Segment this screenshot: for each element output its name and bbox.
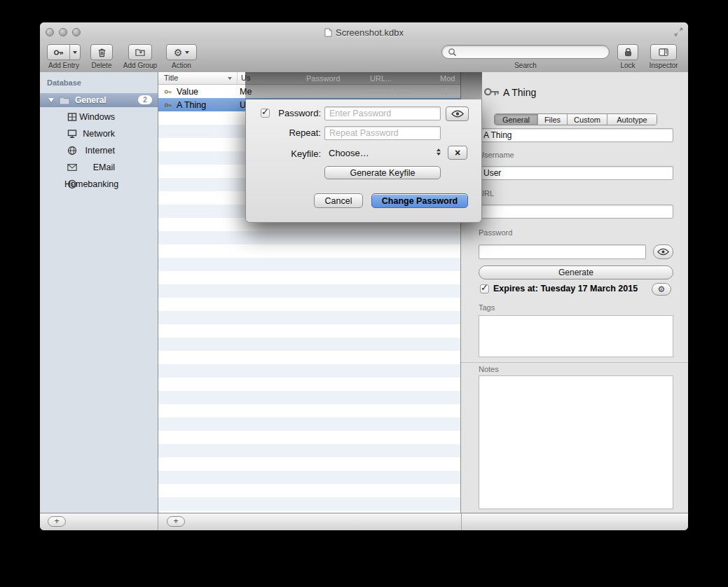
- dimmed-cell-modified: 15...: [440, 87, 455, 95]
- generate-button-label: Generate: [558, 268, 593, 277]
- search-icon: [448, 48, 457, 57]
- username-label: Username: [479, 151, 514, 159]
- inspector-panel-icon: [658, 47, 669, 57]
- sheet-keyfile-label: Keyfile:: [270, 149, 321, 159]
- toolbar: Add Entry Delete Add Group ⚙ Action: [40, 42, 688, 73]
- key-icon: [48, 45, 69, 60]
- tags-label: Tags: [479, 303, 495, 312]
- dimmed-column-password: Password: [306, 74, 340, 83]
- keyfile-popup-value: Choose…: [329, 148, 369, 158]
- chevron-down-icon: [185, 51, 189, 54]
- title-field[interactable]: [479, 128, 673, 142]
- sidebar-item-label: EMail: [64, 163, 115, 172]
- show-password-button[interactable]: [446, 106, 469, 121]
- change-password-label: Change Password: [382, 196, 458, 206]
- tab-general[interactable]: General: [495, 114, 538, 125]
- add-entry-plus-button[interactable]: +: [167, 516, 185, 527]
- dimmed-column-url: URL...: [370, 74, 392, 83]
- desktop: Screenshot.kdbx Add Entry: [0, 0, 728, 587]
- password-checkbox[interactable]: [261, 109, 270, 118]
- delete-button[interactable]: [90, 44, 113, 60]
- key-icon: [483, 83, 501, 101]
- username-field[interactable]: [479, 166, 673, 180]
- repeat-password-input[interactable]: [324, 126, 441, 140]
- sidebar-item-email[interactable]: EMail: [40, 160, 158, 174]
- chevron-down-icon: [73, 51, 77, 54]
- eye-icon: [451, 110, 464, 118]
- entry-title: A Thing: [177, 100, 206, 110]
- generate-keyfile-button[interactable]: Generate Keyfile: [324, 166, 441, 179]
- column-divider[interactable]: [237, 72, 238, 85]
- sidebar-section-header: Database: [47, 78, 81, 87]
- trash-icon: [97, 47, 107, 58]
- column-header-title[interactable]: Title: [164, 74, 178, 82]
- sidebar-group-general[interactable]: General 2: [40, 93, 158, 107]
- entry-count-badge: 2: [138, 95, 152, 104]
- cancel-button[interactable]: Cancel: [314, 193, 363, 208]
- url-field[interactable]: [479, 205, 673, 219]
- sidebar-item-network[interactable]: Network: [40, 127, 158, 141]
- show-password-button[interactable]: [653, 244, 673, 259]
- dimmed-cell-password: ••••••••: [306, 87, 328, 95]
- window-title-area: Screenshot.kdbx: [40, 22, 688, 42]
- tab-autotype[interactable]: Autotype: [607, 114, 657, 125]
- password-field[interactable]: [479, 244, 646, 259]
- inspector-label: Inspector: [643, 62, 685, 69]
- key-icon: [164, 101, 172, 109]
- add-group-plus-button[interactable]: +: [48, 516, 66, 527]
- sidebar-item-windows[interactable]: Windows: [40, 110, 158, 124]
- search-field[interactable]: [441, 45, 610, 59]
- change-password-button[interactable]: Change Password: [371, 193, 468, 208]
- expires-checkbox[interactable]: [480, 284, 489, 294]
- sidebar-item-label: Network: [64, 129, 115, 139]
- app-window: Screenshot.kdbx Add Entry: [40, 22, 688, 530]
- clear-keyfile-button[interactable]: ×: [448, 146, 467, 160]
- lock-button[interactable]: [617, 44, 638, 60]
- add-group-button[interactable]: [128, 44, 152, 60]
- expires-label: Expires at: Tuesday 17 March 2015: [493, 284, 638, 294]
- keyfile-popup-button[interactable]: Choose…: [329, 146, 441, 160]
- search-input[interactable]: [460, 46, 603, 57]
- add-entry-button[interactable]: [47, 44, 81, 60]
- add-group-label: Add Group: [119, 62, 161, 69]
- lock-icon: [623, 47, 633, 57]
- new-password-input[interactable]: [324, 106, 441, 120]
- close-icon: ×: [455, 147, 460, 158]
- cancel-button-label: Cancel: [325, 196, 352, 206]
- window-title: Screenshot.kdbx: [336, 27, 404, 38]
- add-entry-dropdown[interactable]: [69, 45, 80, 60]
- document-icon: [324, 28, 332, 37]
- bottom-bar: + +: [40, 513, 688, 530]
- tab-custom[interactable]: Custom: [568, 114, 607, 125]
- notes-label: Notes: [479, 365, 499, 373]
- folder-icon: [59, 95, 70, 105]
- sidebar-item-internet[interactable]: Internet: [40, 144, 158, 158]
- pane-divider: [158, 513, 158, 530]
- sort-indicator-icon: [228, 77, 232, 80]
- password-label: Password: [479, 228, 512, 237]
- popup-stepper-icon[interactable]: [437, 149, 441, 156]
- sheet-repeat-label: Repeat:: [270, 127, 321, 138]
- gear-icon: ⚙: [174, 48, 183, 57]
- section-divider: [461, 362, 688, 363]
- disclosure-triangle-icon[interactable]: [48, 98, 54, 102]
- sidebar: Database General 2 Windows: [40, 72, 158, 513]
- inspector-tabs: General Files Custom Autotype: [494, 113, 657, 125]
- sidebar-item-label: Homebanking: [64, 179, 115, 189]
- eye-icon: [657, 248, 669, 256]
- action-button[interactable]: ⚙: [166, 44, 197, 60]
- gear-icon: ⚙: [658, 285, 666, 294]
- generate-password-button[interactable]: Generate: [479, 265, 673, 279]
- tab-files[interactable]: Files: [538, 114, 568, 125]
- sidebar-item-label: Windows: [64, 112, 115, 122]
- fullscreen-icon[interactable]: [674, 27, 683, 36]
- expires-settings-button[interactable]: ⚙: [652, 283, 671, 296]
- action-label: Action: [160, 62, 202, 69]
- sidebar-group-label: General: [75, 95, 107, 105]
- pane-divider: [461, 513, 462, 530]
- notes-field[interactable]: [479, 375, 673, 509]
- expires-row: Expires at: Tuesday 17 March 2015: [480, 284, 638, 294]
- sidebar-item-homebanking[interactable]: $ Homebanking: [40, 177, 158, 191]
- tags-field[interactable]: [479, 315, 673, 357]
- inspector-button[interactable]: [650, 44, 677, 60]
